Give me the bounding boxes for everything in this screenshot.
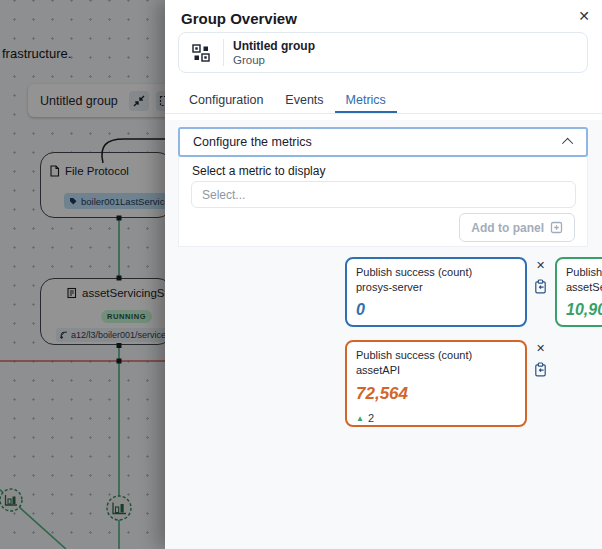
metric-value: 10,903 <box>566 301 602 319</box>
divider <box>223 39 224 66</box>
add-to-panel-button[interactable]: Add to panel <box>459 213 575 242</box>
metric-card-group-prosys: Publish success (count) prosys-server 0 … <box>345 257 547 327</box>
metric-select-label: Select a metric to display <box>192 164 325 178</box>
metric-trend: ▲ 2 <box>356 412 516 424</box>
metric-source: assetServicingStore <box>566 280 602 295</box>
remove-metric-icon[interactable]: ✕ <box>536 259 545 271</box>
metric-form: Select a metric to display Select... Add… <box>178 157 588 247</box>
metric-select[interactable]: Select... <box>191 181 576 208</box>
metric-card[interactable]: Publish success (count) prosys-server 0 <box>345 257 527 327</box>
configure-metrics-accordion[interactable]: Configure the metrics <box>178 127 588 157</box>
remove-metric-icon[interactable]: ✕ <box>536 342 545 354</box>
metric-source: prosys-server <box>356 280 516 295</box>
metric-title: Publish success (count) <box>566 265 602 280</box>
add-to-panel-label: Add to panel <box>471 221 544 235</box>
trend-value: 2 <box>368 412 374 424</box>
drawer-tabs: Configuration Events Metrics <box>165 88 602 114</box>
metric-card[interactable]: Publish success (count) assetServicingSt… <box>555 257 602 327</box>
tab-events[interactable]: Events <box>274 88 334 113</box>
metric-card-group-assetapi: Publish success (count) assetAPI 72,564 … <box>345 340 547 427</box>
tab-configuration[interactable]: Configuration <box>178 88 274 113</box>
copy-metric-icon[interactable] <box>534 362 547 377</box>
metric-source: assetAPI <box>356 363 516 378</box>
add-to-panel-icon <box>550 221 563 234</box>
group-overview-drawer: Group Overview ✕ Untitled group Group Co… <box>165 0 602 549</box>
metric-card[interactable]: Publish success (count) assetAPI 72,564 … <box>345 340 527 427</box>
metric-card-group-store: Publish success (count) assetServicingSt… <box>555 257 602 327</box>
trend-up-icon: ▲ <box>356 414 364 423</box>
tab-metrics[interactable]: Metrics <box>335 88 397 113</box>
group-icon <box>179 43 223 63</box>
metric-value: 0 <box>356 301 516 319</box>
drawer-title: Group Overview <box>181 10 297 27</box>
metric-select-placeholder: Select... <box>202 188 245 202</box>
group-summary-card: Untitled group Group <box>178 32 588 73</box>
copy-metric-icon[interactable] <box>534 279 547 294</box>
group-type: Group <box>233 53 315 67</box>
metric-title: Publish success (count) <box>356 265 516 280</box>
accordion-title: Configure the metrics <box>193 135 312 149</box>
metric-value: 72,564 <box>356 384 516 404</box>
chevron-up-icon <box>562 138 573 149</box>
screen: frastructure. Untitled group <box>0 0 602 549</box>
close-icon[interactable]: ✕ <box>578 7 590 25</box>
metric-title: Publish success (count) <box>356 348 516 363</box>
group-name: Untitled group <box>233 39 315 53</box>
